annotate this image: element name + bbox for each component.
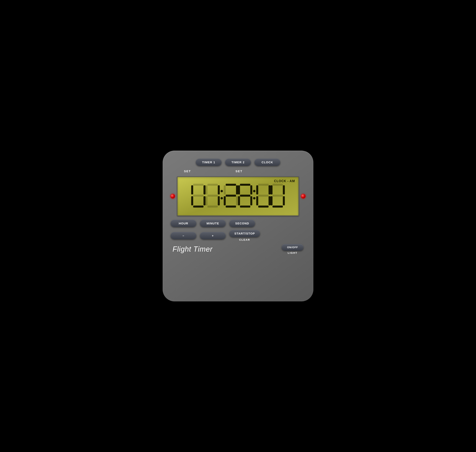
light-label: LIGHT [288, 251, 298, 254]
colon-dot-bottom2 [253, 197, 255, 199]
digit-group-5 [271, 184, 285, 207]
display-row: CLOCK - AM [171, 176, 305, 216]
clear-label: CLEAR [239, 238, 250, 241]
digit-2 [224, 184, 238, 207]
digit-group-3 [238, 184, 252, 207]
minus-button[interactable]: – [171, 232, 196, 239]
clock-button[interactable]: CLOCK [254, 159, 280, 166]
digit-group-2 [224, 184, 238, 207]
onoff-group: ON/OFF LIGHT [282, 244, 304, 254]
brand-label: Flight Timer [172, 245, 213, 253]
lcd-display: CLOCK - AM [177, 176, 299, 216]
digit-1 [205, 184, 220, 207]
minute-button[interactable]: MINUTE [200, 220, 226, 227]
flight-timer-device: TIMER 1 TIMER 2 CLOCK SET SET CLOCK - AM [163, 151, 313, 301]
control-row-1: HOUR MINUTE SECOND [171, 220, 305, 227]
clock-mode-label: CLOCK - AM [181, 179, 295, 183]
digit-group-0 [191, 184, 205, 207]
top-mode-buttons: TIMER 1 TIMER 2 CLOCK [171, 159, 305, 166]
digit-group-4 [256, 184, 271, 207]
digit-4 [256, 184, 271, 207]
digit-3 [238, 184, 252, 207]
set2-label: SET [226, 169, 252, 173]
digit-group-1 [205, 184, 220, 207]
right-led [301, 194, 305, 199]
left-led [171, 194, 175, 199]
timer2-button[interactable]: TIMER 2 [225, 159, 251, 166]
lcd-time [181, 184, 295, 207]
second-button[interactable]: SECOND [229, 220, 255, 227]
colon-dot-bottom [221, 197, 223, 199]
digit-0 [191, 184, 205, 207]
brand-row: Flight Timer ON/OFF LIGHT [171, 244, 305, 254]
digit-5 [271, 184, 285, 207]
timer1-button[interactable]: TIMER 1 [196, 159, 222, 166]
set-labels-row: SET SET [171, 169, 305, 173]
start-stop-button[interactable]: START/STOP [229, 230, 260, 237]
onoff-button[interactable]: ON/OFF [282, 244, 304, 251]
colon-1 [220, 190, 224, 201]
bottom-section: HOUR MINUTE SECOND – + START/STOP CLEAR … [171, 220, 305, 254]
colon-2 [252, 190, 256, 201]
set1-label: SET [175, 169, 200, 173]
control-row-2: – + START/STOP CLEAR [171, 230, 305, 241]
colon-dot-top [221, 190, 223, 192]
colon-dot-top2 [253, 190, 255, 192]
plus-button[interactable]: + [200, 232, 226, 239]
start-stop-group: START/STOP CLEAR [229, 230, 260, 241]
hour-button[interactable]: HOUR [171, 220, 196, 227]
